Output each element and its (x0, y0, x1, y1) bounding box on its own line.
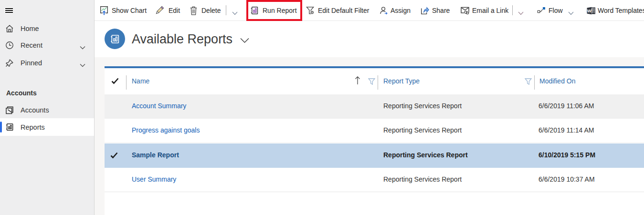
svg-text:W: W (587, 8, 591, 13)
